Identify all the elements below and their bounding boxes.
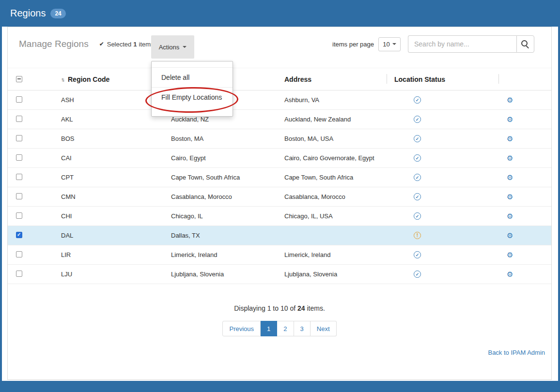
region-code-cell: AKL — [53, 116, 163, 123]
row-checkbox-cell — [8, 271, 53, 278]
table-row: CAICairo, EgyptCairo, Cairo Governorate,… — [8, 149, 551, 168]
back-to-ipam-admin-link[interactable]: Back to IPAM Admin — [488, 349, 545, 356]
row-actions-cell — [498, 154, 551, 163]
select-caret-icon — [392, 43, 396, 45]
row-settings-gear-icon[interactable] — [507, 96, 513, 104]
status-ok-icon — [414, 271, 421, 278]
row-checkbox[interactable] — [16, 96, 22, 103]
row-settings-gear-icon[interactable] — [507, 154, 513, 162]
pagination: Previous123Next — [8, 321, 551, 336]
address-cell: Auckland, New Zealand — [277, 116, 387, 123]
pagination-page-2[interactable]: 2 — [277, 321, 294, 336]
row-checkbox-cell — [8, 154, 53, 162]
address-cell: Limerick, Ireland — [277, 251, 387, 258]
search-icon — [521, 40, 528, 46]
total-items-count: 24 — [297, 304, 305, 312]
region-code-cell: LJU — [53, 271, 163, 278]
page-size-value: 10 — [383, 41, 389, 48]
row-settings-gear-icon[interactable] — [507, 212, 513, 220]
address-cell: Boston, MA, USA — [277, 135, 387, 142]
page-size-select[interactable]: 10 — [378, 37, 401, 51]
location-status-header-label: Location Status — [394, 75, 445, 83]
address-cell: Casablanca, Morocco — [277, 193, 387, 200]
row-checkbox-cell — [8, 212, 53, 220]
address-cell: Cairo, Cairo Governorate, Egypt — [277, 154, 387, 162]
row-actions-cell — [498, 251, 551, 259]
region-code-cell: CHI — [53, 212, 163, 220]
row-settings-gear-icon[interactable] — [507, 231, 513, 240]
region-code-cell: CAI — [53, 154, 163, 162]
actions-button[interactable]: Actions — [151, 35, 194, 59]
selected-count: 1 — [133, 41, 137, 48]
row-checkbox-cell — [8, 135, 53, 143]
row-checkbox[interactable] — [16, 135, 22, 141]
region-code-cell: LIR — [53, 251, 163, 258]
address-cell: Ljubljana, Slovenia — [277, 271, 387, 278]
row-checkbox[interactable] — [16, 212, 22, 219]
table-row: DALDallas, TX — [8, 226, 551, 245]
pagination-page-1[interactable]: 1 — [261, 321, 277, 336]
chevron-down-icon — [183, 46, 187, 48]
status-warning-icon — [414, 232, 421, 239]
status-ok-icon — [414, 174, 421, 181]
menu-item-delete-all[interactable]: Delete all — [152, 67, 233, 87]
row-settings-gear-icon[interactable] — [507, 193, 513, 201]
page: Regions 24 Manage Regions ✔ Selected 1 i… — [0, 0, 560, 392]
table-row: CMNCasablanca, MoroccoCasablanca, Morocc… — [8, 187, 551, 207]
row-actions-cell — [498, 173, 551, 182]
address-cell: Cape Town, South Africa — [277, 174, 387, 181]
row-settings-gear-icon[interactable] — [507, 115, 513, 123]
location-status-cell — [387, 232, 498, 239]
select-all-cell — [8, 68, 53, 90]
name-cell: Boston, MA — [163, 135, 277, 142]
name-cell: Chicago, IL — [163, 212, 277, 220]
row-checkbox-cell — [8, 96, 53, 104]
status-ok-icon — [414, 116, 421, 123]
menu-blank-area — [152, 61, 233, 67]
row-checkbox[interactable] — [16, 271, 22, 277]
row-checkbox[interactable] — [16, 116, 22, 122]
table-header: ↑↓ Region Code Address Location Status — [8, 68, 551, 90]
displaying-text: Displaying 1 to 10 of 24 items. — [8, 304, 551, 312]
location-status-cell — [387, 212, 498, 220]
row-checkbox-cell — [8, 116, 53, 123]
row-settings-gear-icon[interactable] — [507, 251, 513, 259]
row-checkbox[interactable] — [16, 193, 22, 199]
row-settings-gear-icon[interactable] — [507, 270, 513, 278]
pagination-next[interactable]: Next — [311, 321, 337, 336]
table-body: ASHAshburn, VAAKLAuckland, NZAuckland, N… — [8, 90, 551, 284]
pagination-previous[interactable]: Previous — [222, 321, 261, 336]
displaying-prefix: Displaying 1 to 10 of — [234, 304, 296, 312]
row-checkbox[interactable] — [16, 232, 22, 238]
table-row: CPTCape Town, South AfricaCape Town, Sou… — [8, 168, 551, 187]
row-checkbox[interactable] — [16, 251, 22, 257]
table-row: BOSBoston, MABoston, MA, USA — [8, 129, 551, 149]
region-code-header-label: Region Code — [68, 75, 109, 83]
row-checkbox[interactable] — [16, 154, 22, 161]
address-header-label: Address — [284, 75, 311, 83]
column-header-address: Address — [277, 68, 387, 90]
location-status-cell — [387, 174, 498, 181]
actions-menu: Delete allFill Empty Locations — [151, 61, 233, 117]
status-ok-icon — [414, 212, 421, 220]
column-header-region-code[interactable]: ↑↓ Region Code — [53, 68, 163, 90]
row-checkbox-cell — [8, 174, 53, 181]
row-settings-gear-icon[interactable] — [507, 173, 513, 181]
row-checkbox[interactable] — [16, 174, 22, 180]
pagination-page-3[interactable]: 3 — [294, 321, 311, 336]
row-checkbox-cell — [8, 251, 53, 259]
row-actions-cell — [498, 212, 551, 221]
name-cell: Limerick, Ireland — [163, 251, 277, 258]
region-code-cell: DAL — [53, 232, 163, 239]
name-cell: Casablanca, Morocco — [163, 193, 277, 200]
search-group — [408, 35, 534, 53]
row-settings-gear-icon[interactable] — [507, 135, 513, 143]
row-actions-cell — [498, 193, 551, 201]
manage-regions-title: Manage Regions — [19, 39, 89, 49]
search-input[interactable] — [408, 35, 516, 53]
menu-item-fill-empty-locations[interactable]: Fill Empty Locations — [152, 87, 233, 107]
row-actions-cell — [498, 115, 551, 124]
search-button[interactable] — [516, 35, 534, 53]
table-row: AKLAuckland, NZAuckland, New Zealand — [8, 110, 551, 129]
select-all-checkbox[interactable] — [16, 76, 22, 82]
